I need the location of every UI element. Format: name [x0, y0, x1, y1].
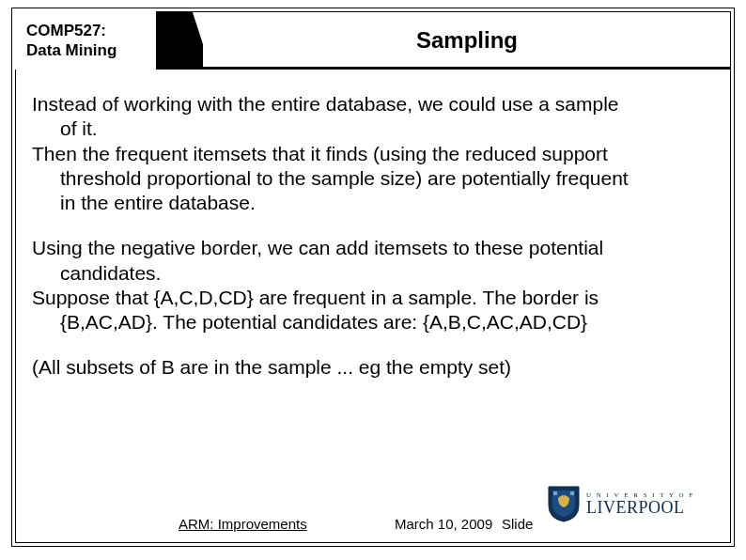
slide-header: COMP527: Data Mining Sampling	[15, 11, 731, 70]
header-tab-shape	[156, 11, 203, 70]
p4-line2: {B,AC,AD}. The potential candidates are:…	[32, 310, 714, 334]
footer-date: March 10, 2009	[395, 516, 492, 532]
p2-line1: Then the frequent itemsets that it finds…	[32, 142, 714, 166]
svg-rect-0	[553, 491, 557, 495]
slide-title-text: Sampling	[416, 27, 518, 54]
slide-footer: ARM: Improvements March 10, 2009 Slide U…	[0, 502, 746, 539]
footer-slide-label: Slide	[502, 516, 533, 532]
paragraph-2: Then the frequent itemsets that it finds…	[32, 142, 714, 216]
logo-text: U N I V E R S I T Y O F LIVERPOOL	[586, 492, 694, 516]
p1-line1: Instead of working with the entire datab…	[32, 92, 714, 117]
university-logo: U N I V E R S I T Y O F LIVERPOOL	[547, 485, 722, 522]
paragraph-3: Using the negative border, we can add it…	[32, 236, 714, 286]
p4-line1: Suppose that {A,C,D,CD} are frequent in …	[32, 286, 714, 310]
svg-rect-1	[570, 491, 574, 495]
slide: COMP527: Data Mining Sampling Instead of…	[0, 0, 746, 560]
p2-line3: in the entire database.	[32, 191, 714, 215]
p1-line2: of it.	[32, 117, 714, 141]
slide-body: Instead of working with the entire datab…	[32, 92, 714, 401]
paragraph-1: Instead of working with the entire datab…	[32, 92, 714, 142]
p3-line1: Using the negative border, we can add it…	[32, 236, 714, 260]
slide-title: Sampling	[203, 11, 731, 70]
course-code: COMP527:	[26, 22, 106, 39]
p5-line1: (All subsets of B are in the sample ... …	[32, 355, 714, 380]
p2-line2: threshold proportional to the sample siz…	[32, 166, 714, 191]
shield-icon	[547, 485, 581, 522]
course-name: Data Mining	[26, 41, 117, 59]
p3-line2: candidates.	[32, 261, 714, 286]
paragraph-5: (All subsets of B are in the sample ... …	[32, 355, 714, 380]
paragraph-4: Suppose that {A,C,D,CD} are frequent in …	[32, 286, 714, 335]
footer-lecture: ARM: Improvements	[179, 516, 307, 532]
logo-liverpool: LIVERPOOL	[586, 499, 694, 516]
